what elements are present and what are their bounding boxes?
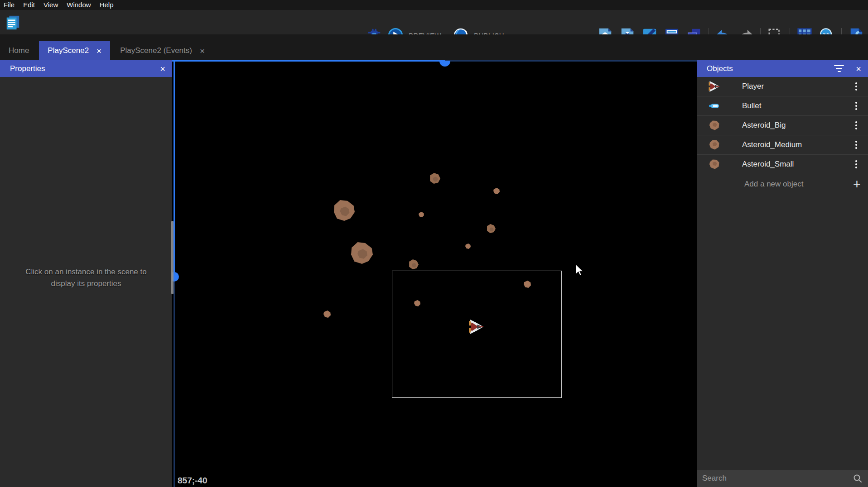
panel-divider-left[interactable] xyxy=(174,60,175,277)
toolbar: PREVIEW PUBLISH 1:1 xyxy=(0,10,868,34)
object-name: Player xyxy=(742,82,764,91)
asteroid-instance[interactable] xyxy=(409,259,419,269)
bullet-icon xyxy=(708,100,721,112)
objects-panel-header: Objects × xyxy=(697,60,868,77)
asteroid-instance[interactable] xyxy=(430,173,440,184)
scene-cursor-coordinates: 857;-40 xyxy=(178,476,207,486)
properties-scrollbar[interactable] xyxy=(171,221,174,294)
object-menu-button[interactable] xyxy=(855,102,857,110)
menu-item[interactable]: Help xyxy=(100,1,114,9)
object-menu-button[interactable] xyxy=(855,82,857,91)
object-menu-button[interactable] xyxy=(855,121,857,129)
properties-panel-title: Properties xyxy=(10,64,45,73)
panel-divider-top-dim[interactable] xyxy=(445,60,697,62)
object-name: Asteroid_Small xyxy=(742,160,794,169)
editor-tab[interactable]: PlayScene2 (Events) × xyxy=(111,41,213,60)
close-icon[interactable]: × xyxy=(160,64,165,73)
objects-panel: Objects × Player Bullet xyxy=(697,60,868,487)
asteroid-instance[interactable] xyxy=(487,224,496,233)
tab-label: Home xyxy=(9,46,29,55)
game-resolution-frame xyxy=(392,271,562,398)
panel-divider-top[interactable] xyxy=(172,60,445,62)
asteroid-instance[interactable] xyxy=(419,212,424,217)
editor-tab[interactable]: PlayScene2 × xyxy=(39,41,110,60)
close-icon[interactable]: × xyxy=(200,47,205,55)
editor-tab[interactable]: Home × xyxy=(0,41,38,60)
asteroid-instance[interactable] xyxy=(493,188,500,194)
object-menu-button[interactable] xyxy=(855,160,857,168)
player-ship-icon xyxy=(708,80,721,93)
tab-label: PlayScene2 xyxy=(48,46,89,55)
object-name: Asteroid_Big xyxy=(742,121,786,130)
asteroid-icon xyxy=(708,119,721,132)
menu-item[interactable]: File xyxy=(4,1,14,9)
properties-panel: Properties × Click on an instance in the… xyxy=(0,60,172,487)
menu-item[interactable]: View xyxy=(43,1,58,9)
scene-canvas[interactable]: 857;-40 xyxy=(172,60,697,487)
asteroid-icon xyxy=(708,158,721,171)
close-icon[interactable]: × xyxy=(96,47,101,55)
objects-panel-title: Objects xyxy=(707,64,733,73)
object-search-bar xyxy=(697,470,868,487)
add-object-row[interactable]: Add a new object + xyxy=(697,174,868,194)
properties-panel-header: Properties × xyxy=(0,60,172,77)
menu-item[interactable]: Edit xyxy=(23,1,35,9)
close-icon[interactable]: × xyxy=(856,64,861,73)
project-manager-button[interactable] xyxy=(5,14,21,31)
asteroid-instance[interactable] xyxy=(323,310,331,318)
object-row[interactable]: Asteroid_Big xyxy=(697,116,868,135)
search-icon xyxy=(853,474,862,483)
object-row[interactable]: Bullet xyxy=(697,96,868,116)
object-row[interactable]: Asteroid_Small xyxy=(697,155,868,174)
object-search-input[interactable] xyxy=(697,474,842,483)
object-menu-button[interactable] xyxy=(855,141,857,149)
add-object-label: Add a new object xyxy=(744,180,803,189)
plus-icon[interactable]: + xyxy=(853,178,861,191)
asteroid-instance[interactable] xyxy=(465,244,471,249)
mouse-cursor xyxy=(575,264,583,276)
properties-empty-hint: Click on an instance in the scene to dis… xyxy=(18,266,154,290)
menu-item[interactable]: Window xyxy=(67,1,91,9)
gdevelop-window: FileEditViewWindowHelp PREVIEW PUBLISH 1… xyxy=(0,0,868,487)
object-name: Asteroid_Medium xyxy=(742,140,802,149)
object-name: Bullet xyxy=(742,101,762,110)
object-row[interactable]: Player xyxy=(697,77,868,96)
object-row[interactable]: Asteroid_Medium xyxy=(697,135,868,155)
panel-divider-left-dim[interactable] xyxy=(174,277,175,487)
asteroid-instance[interactable] xyxy=(351,242,373,264)
filter-icon[interactable] xyxy=(834,65,844,72)
tab-label: PlayScene2 (Events) xyxy=(120,46,192,55)
tab-bar: Home × PlayScene2 × PlayScene2 (Events) … xyxy=(0,34,868,60)
asteroid-instance[interactable] xyxy=(334,200,355,221)
menu-bar: FileEditViewWindowHelp xyxy=(0,0,868,10)
asteroid-icon xyxy=(708,138,721,151)
